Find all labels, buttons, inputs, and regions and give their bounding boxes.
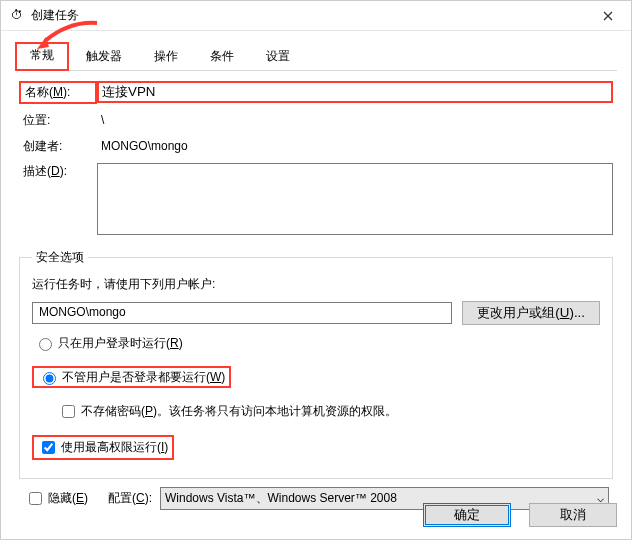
creator-label: 创建者: [19,138,97,155]
configure-label: 配置(C): [108,490,152,507]
name-input[interactable] [97,81,613,103]
tab-actions[interactable]: 操作 [139,43,193,71]
opt-highest-priv-check[interactable] [42,441,55,454]
opt-no-store-pwd-check[interactable] [62,405,75,418]
description-label: 描述(D): [19,163,97,180]
panel-general: 名称(M): 位置: \ 创建者: MONGO\mongo 描述(D): 安全选… [15,71,617,523]
tab-conditions[interactable]: 条件 [195,43,249,71]
dialog-footer: 确定 取消 [413,503,617,527]
change-user-button[interactable]: 更改用户或组(U)... [462,301,600,325]
description-input[interactable] [97,163,613,235]
security-legend: 安全选项 [32,249,88,266]
row-runas-user: MONGO\mongo 更改用户或组(U)... [32,301,600,325]
cancel-button[interactable]: 取消 [529,503,617,527]
runas-user-value: MONGO\mongo [32,302,452,324]
app-icon: ⏱ [9,8,25,24]
runas-hint: 运行任务时，请使用下列用户帐户: [32,276,600,293]
row-description: 描述(D): [19,163,613,235]
location-value: \ [97,110,108,131]
security-fieldset: 安全选项 运行任务时，请使用下列用户帐户: MONGO\mongo 更改用户或组… [19,249,613,479]
configure-value: Windows Vista™、Windows Server™ 2008 [165,490,397,507]
tab-general[interactable]: 常规 [15,42,69,71]
location-label: 位置: [19,112,97,129]
opt-no-store-pwd[interactable]: 不存储密码(P)。该任务将只有访问本地计算机资源的权限。 [56,400,600,423]
tab-triggers[interactable]: 触发器 [71,43,137,71]
creator-value: MONGO\mongo [97,136,192,157]
tab-settings[interactable]: 设置 [251,43,305,71]
opt-hidden[interactable]: 隐藏(E) [23,487,90,510]
row-creator: 创建者: MONGO\mongo [19,136,613,157]
opt-highest-priv-label: 使用最高权限运行(I) [61,439,168,456]
titlebar: ⏱ 创建任务 [1,1,631,31]
opt-run-any-label: 不管用户是否登录都要运行(W) [62,369,225,386]
opt-hidden-check[interactable] [29,492,42,505]
opt-logged-on[interactable]: 只在用户登录时运行(R) [32,333,600,354]
close-icon [603,11,613,21]
tab-bar: 常规 触发器 操作 条件 设置 [15,41,617,71]
opt-logged-on-radio[interactable] [39,338,52,351]
ok-button[interactable]: 确定 [423,503,511,527]
close-button[interactable] [585,1,631,31]
row-location: 位置: \ [19,110,613,131]
name-label: 名称(M): [19,81,97,104]
opt-no-store-pwd-label: 不存储密码(P)。该任务将只有访问本地计算机资源的权限。 [81,403,397,420]
opt-highest-priv[interactable]: 使用最高权限运行(I) [32,435,174,460]
row-name: 名称(M): [19,81,613,104]
opt-run-any-radio[interactable] [43,372,56,385]
opt-hidden-label: 隐藏(E) [48,490,88,507]
opt-run-any[interactable]: 不管用户是否登录都要运行(W) [32,366,231,389]
opt-logged-on-label: 只在用户登录时运行(R) [58,335,183,352]
window-title: 创建任务 [31,7,585,24]
